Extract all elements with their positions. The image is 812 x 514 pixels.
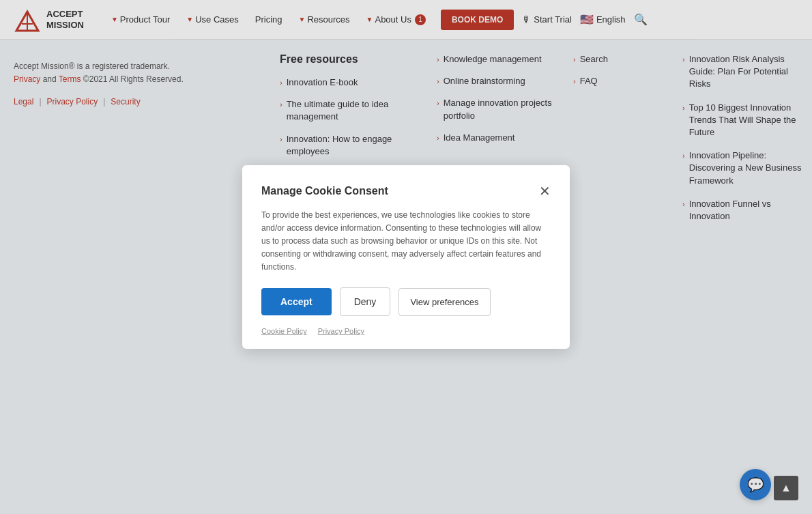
accept-button[interactable]: Accept <box>261 288 332 315</box>
cookie-actions: Accept Deny View preferences <box>261 287 551 316</box>
cookie-body: To provide the best experiences, we use … <box>261 209 551 274</box>
cookie-footer-links: Cookie Policy Privacy Policy <box>261 327 551 335</box>
cookie-privacy-policy-link[interactable]: Privacy Policy <box>318 327 364 335</box>
cookie-overlay: Manage Cookie Consent ✕ To provide the b… <box>0 0 812 514</box>
view-preferences-button[interactable]: View preferences <box>398 288 490 316</box>
cookie-title: Manage Cookie Consent <box>261 185 388 197</box>
cookie-close-button[interactable]: ✕ <box>539 184 551 198</box>
deny-button[interactable]: Deny <box>340 287 391 316</box>
cookie-dialog: Manage Cookie Consent ✕ To provide the b… <box>242 165 570 349</box>
cookie-policy-link[interactable]: Cookie Policy <box>261 327 307 335</box>
cookie-header: Manage Cookie Consent ✕ <box>261 184 551 198</box>
